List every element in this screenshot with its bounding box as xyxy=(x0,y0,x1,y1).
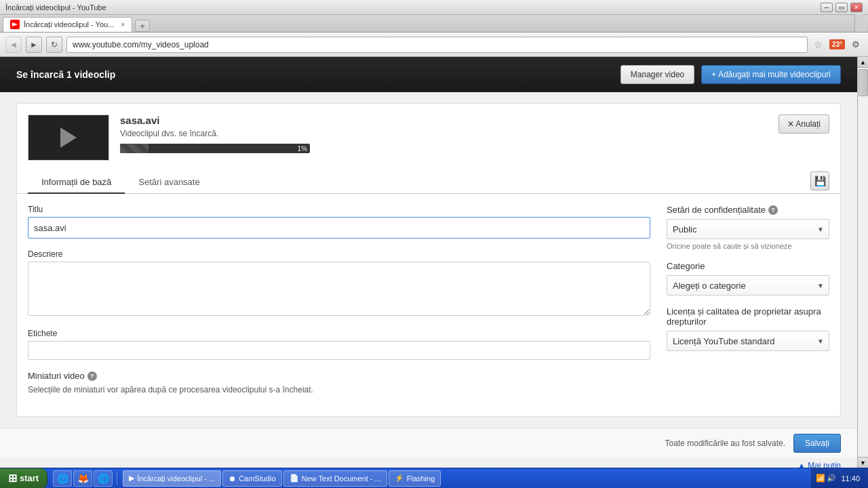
manager-video-button[interactable]: Manager video xyxy=(620,65,694,84)
camstudio-task-icon: ⏺ xyxy=(229,474,236,483)
tools-button[interactable]: ⚙ xyxy=(849,38,863,52)
taskbar-task-flashing[interactable]: ⚡ Flashing xyxy=(389,470,441,487)
minimize-button[interactable]: ─ xyxy=(821,3,833,12)
form-left: Titlu Descriere Etichete xyxy=(28,205,650,405)
save-icon-button[interactable]: 💾 xyxy=(810,171,829,190)
category-section: Categorie Alegeți o categorie ▼ xyxy=(667,261,829,296)
youtube-task-label: Încărcați videoclipul - ... xyxy=(137,474,215,483)
close-button[interactable]: ✕ xyxy=(850,3,863,12)
upload-banner: Se încarcă 1 videoclip Manager video + A… xyxy=(0,57,857,92)
youtube-task-icon: ▶ xyxy=(129,474,134,483)
tab-advanced-settings[interactable]: Setări avansate xyxy=(125,171,213,194)
content-area: Se încarcă 1 videoclip Manager video + A… xyxy=(0,57,868,468)
ie-icon: 🌐 xyxy=(57,473,68,484)
category-label: Categorie xyxy=(667,261,705,271)
title-input[interactable] xyxy=(28,217,650,239)
restore-button[interactable]: ▭ xyxy=(835,3,848,12)
category-select[interactable]: Alegeți o categorie xyxy=(667,275,829,296)
taskbar-tasks: ▶ Încărcați videoclipul - ... ⏺ CamStudi… xyxy=(123,470,811,487)
youtube-play-icon xyxy=(12,22,18,26)
page-content: Se încarcă 1 videoclip Manager video + A… xyxy=(0,57,857,468)
title-bar: Încărcați videoclipul - YouTube ─ ▭ ✕ xyxy=(0,0,868,15)
browser-window: Încărcați videoclipul - YouTube ─ ▭ ✕ În… xyxy=(0,0,868,488)
taskbar-ie-icon[interactable]: 🌐 xyxy=(53,470,72,487)
thumbnail-help-icon[interactable]: ? xyxy=(87,371,97,381)
windows-logo: ⊞ xyxy=(8,472,17,485)
nav-bar: ◄ ► ↻ www.youtube.com/my_videos_upload ☆… xyxy=(0,33,868,57)
cancel-upload-button[interactable]: ✕ Anulați xyxy=(778,115,829,134)
youtube-favicon xyxy=(10,20,20,29)
tab-close-button[interactable]: × xyxy=(121,21,125,28)
description-label: Descriere xyxy=(28,249,650,259)
tray-network-icon[interactable]: 📶 xyxy=(815,473,826,484)
saved-text: Toate modificările au fost salvate. xyxy=(665,439,785,448)
title-bar-text: Încărcați videoclipul - YouTube xyxy=(5,3,821,12)
form-layout: Titlu Descriere Etichete xyxy=(28,205,829,405)
refresh-button[interactable]: ↻ xyxy=(46,37,62,53)
taskbar-quick-launch-divider xyxy=(117,472,117,485)
camstudio-task-label: CamStudio xyxy=(239,474,275,483)
title-field-group: Titlu xyxy=(28,205,650,239)
tab-bar: Încărcați videoclipul - You... × + xyxy=(0,15,868,33)
license-label: Licența și calitatea de proprietar asupr… xyxy=(667,306,829,327)
start-button[interactable]: ⊞ start xyxy=(0,468,47,489)
taskbar-task-camstudio[interactable]: ⏺ CamStudio xyxy=(222,470,281,487)
title-bar-controls: ─ ▭ ✕ xyxy=(821,3,863,12)
tab-scrollbar[interactable] xyxy=(854,14,865,32)
video-status: Videoclipul dvs. se încarcă. xyxy=(120,129,768,138)
notepad-task-icon: 📄 xyxy=(290,474,299,483)
system-tray: 📶 🔊 11:40 xyxy=(811,468,868,489)
thumbnail-section: Miniaturi video ? Selecțiile de miniatur… xyxy=(28,371,650,394)
flashing-task-icon: ⚡ xyxy=(395,474,404,483)
privacy-hint: Oricine poate să caute și să vizioneze xyxy=(667,242,829,250)
category-section-title: Categorie xyxy=(667,261,829,271)
taskbar-task-youtube[interactable]: ▶ Încărcați videoclipul - ... xyxy=(123,470,221,487)
description-field-group: Descriere xyxy=(28,249,650,318)
new-tab-button[interactable]: + xyxy=(135,20,150,32)
bookmark-button[interactable]: ☆ xyxy=(812,38,825,52)
scrollbar-down-button[interactable]: ▼ xyxy=(858,457,869,468)
privacy-select[interactable]: Public Privat Neinlistat xyxy=(667,219,829,239)
progress-percentage: 1% xyxy=(298,145,307,152)
thumbnail-play-icon xyxy=(55,124,82,151)
back-button[interactable]: ◄ xyxy=(5,37,22,53)
tray-time: 11:40 xyxy=(837,474,864,483)
save-button[interactable]: Salvați xyxy=(793,434,841,453)
license-select[interactable]: Licență YouTube standard xyxy=(667,331,829,351)
privacy-help-icon[interactable]: ? xyxy=(768,205,778,215)
scrollbar-up-button[interactable]: ▲ xyxy=(858,57,869,68)
license-select-wrapper: Licență YouTube standard ▼ xyxy=(667,331,829,351)
upload-status-text: Se încarcă 1 videoclip xyxy=(16,69,115,80)
taskbar-task-notepad[interactable]: 📄 New Text Document - ... xyxy=(283,470,387,487)
active-tab[interactable]: Încărcați videoclipul - You... × xyxy=(3,17,132,32)
address-bar[interactable]: www.youtube.com/my_videos_upload xyxy=(66,37,808,53)
privacy-label: Setări de confidențialitate xyxy=(667,205,766,215)
form-right: Setări de confidențialitate ? Public Pri… xyxy=(667,205,829,405)
start-label: start xyxy=(20,473,39,483)
video-filename: sasa.avi xyxy=(120,115,768,126)
taskbar-chrome-icon[interactable]: 🌐 xyxy=(94,470,113,487)
tray-volume-icon[interactable]: 🔊 xyxy=(826,473,837,484)
taskbar-quick-launch: 🌐 🦊 🌐 xyxy=(50,470,123,487)
flashing-task-label: Flashing xyxy=(407,474,435,483)
video-upload-info: sasa.avi Videoclipul dvs. se încarcă. 1% xyxy=(120,115,768,153)
taskbar-firefox-icon[interactable]: 🦊 xyxy=(73,470,92,487)
progress-bar-container: 1% xyxy=(120,144,310,153)
thumbnail-hint: Selecțiile de miniaturi vor apărea după … xyxy=(28,385,650,394)
chrome-icon: 🌐 xyxy=(98,473,109,484)
banner-buttons: Manager video + Adăugați mai multe video… xyxy=(620,65,841,84)
tags-input[interactable] xyxy=(28,341,650,360)
scrollbar-thumb[interactable] xyxy=(859,69,868,96)
description-textarea[interactable] xyxy=(28,262,650,316)
forward-button[interactable]: ► xyxy=(26,37,42,53)
notepad-task-label: New Text Document - ... xyxy=(302,474,381,483)
form-tabs: Informații de bază Setări avansate 💾 xyxy=(17,171,840,194)
weather-badge[interactable]: 23° xyxy=(829,39,845,49)
progress-bar-fill xyxy=(120,144,149,153)
add-more-videos-button[interactable]: + Adăugați mai multe videoclipuri xyxy=(701,65,841,84)
license-section: Licența și calitatea de proprietar asupr… xyxy=(667,306,829,351)
title-label: Titlu xyxy=(28,205,650,214)
tab-basic-info[interactable]: Informații de bază xyxy=(28,171,125,194)
less-button[interactable]: ▲ Mai puțin xyxy=(797,461,841,468)
category-select-wrapper: Alegeți o categorie ▼ xyxy=(667,275,829,296)
